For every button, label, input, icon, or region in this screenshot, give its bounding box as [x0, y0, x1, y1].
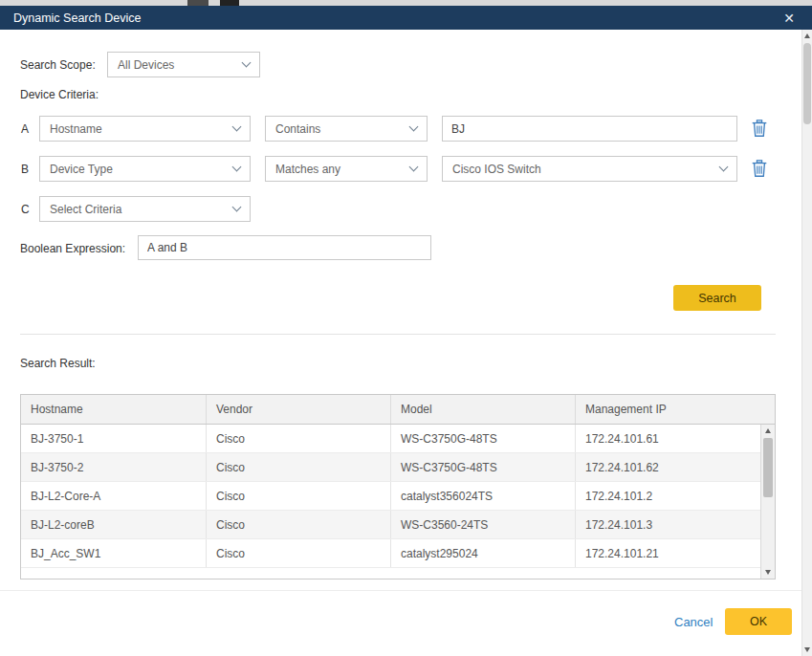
- cell-model: WS-C3560-24TS: [391, 511, 576, 538]
- dialog-title: Dynamic Search Device: [13, 11, 141, 25]
- cell-management-ip: 172.24.101.62: [576, 453, 760, 481]
- chevron-down-icon: [409, 122, 419, 132]
- scroll-up-icon[interactable]: [761, 425, 775, 437]
- scroll-down-icon[interactable]: [802, 644, 812, 656]
- cell-hostname: BJ-3750-2: [21, 453, 207, 481]
- cell-vendor: Cisco: [207, 482, 391, 510]
- search-scope-value: All Devices: [118, 58, 174, 72]
- criteria-b-operator-select[interactable]: Matches any: [265, 156, 428, 182]
- boolean-expression-label: Boolean Expression:: [20, 242, 125, 255]
- search-scope-select[interactable]: All Devices: [107, 52, 260, 77]
- cell-model: catalyst356024TS: [391, 482, 576, 510]
- section-divider: [20, 334, 776, 335]
- ok-button[interactable]: OK: [725, 608, 792, 635]
- criteria-b-field-value: Device Type: [50, 163, 113, 176]
- search-button[interactable]: Search: [673, 285, 761, 311]
- cell-model: WS-C3750G-48TS: [391, 453, 576, 481]
- table-header-row: Hostname Vendor Model Management IP: [21, 395, 775, 425]
- cell-management-ip: 172.24.101.61: [576, 425, 760, 452]
- table-row[interactable]: BJ-3750-2 Cisco WS-C3750G-48TS 172.24.10…: [21, 453, 760, 482]
- table-body: BJ-3750-1 Cisco WS-C3750G-48TS 172.24.10…: [21, 425, 760, 579]
- close-icon[interactable]: ✕: [779, 10, 799, 27]
- criteria-a-operator-select[interactable]: Contains: [265, 116, 428, 142]
- chevron-down-icon: [242, 58, 252, 68]
- cell-hostname: BJ_Acc_SW1: [21, 539, 207, 567]
- criteria-b-operator-value: Matches any: [275, 163, 340, 176]
- cell-vendor: Cisco: [207, 453, 391, 481]
- criteria-a-value-input[interactable]: [442, 116, 737, 142]
- cell-model: WS-C3750G-48TS: [391, 425, 576, 452]
- criteria-b-value-select[interactable]: Cisco IOS Switch: [442, 156, 737, 182]
- criteria-a-field-select[interactable]: Hostname: [39, 116, 251, 142]
- cell-management-ip: 172.24.101.2: [576, 482, 760, 510]
- criteria-c-field-value: Select Criteria: [50, 203, 121, 216]
- device-criteria-label: Device Criteria:: [20, 88, 99, 101]
- cell-hostname: BJ-3750-1: [21, 425, 207, 452]
- trash-icon[interactable]: [752, 120, 767, 137]
- trash-icon[interactable]: [752, 160, 767, 177]
- search-result-label: Search Result:: [20, 357, 96, 370]
- column-header-vendor[interactable]: Vendor: [207, 395, 391, 424]
- cell-management-ip: 172.24.101.3: [576, 511, 760, 538]
- table-row[interactable]: BJ-L2-coreB Cisco WS-C3560-24TS 172.24.1…: [21, 511, 760, 539]
- column-header-management-ip[interactable]: Management IP: [576, 395, 760, 424]
- search-result-table: Hostname Vendor Model Management IP BJ-3…: [20, 394, 776, 579]
- cell-vendor: Cisco: [207, 539, 391, 567]
- column-header-model[interactable]: Model: [391, 395, 576, 424]
- cell-vendor: Cisco: [207, 511, 391, 538]
- criteria-b-field-select[interactable]: Device Type: [39, 156, 251, 182]
- criteria-row-letter: B: [21, 163, 29, 176]
- scroll-up-icon[interactable]: [802, 30, 812, 42]
- boolean-expression-input[interactable]: [138, 235, 431, 260]
- dialog-vertical-scrollbar[interactable]: [801, 30, 812, 656]
- scrollbar-thumb[interactable]: [803, 43, 811, 124]
- header-scrollbar-spacer: [760, 395, 775, 424]
- cell-hostname: BJ-L2-Core-A: [21, 482, 207, 510]
- chevron-down-icon: [232, 203, 242, 212]
- scroll-down-icon[interactable]: [761, 566, 775, 579]
- table-row[interactable]: BJ-3750-1 Cisco WS-C3750G-48TS 172.24.10…: [21, 425, 760, 453]
- chevron-down-icon: [232, 122, 242, 132]
- criteria-a-field-value: Hostname: [50, 122, 102, 136]
- criteria-c-field-select[interactable]: Select Criteria: [39, 196, 251, 222]
- table-row[interactable]: BJ-L2-Core-A Cisco catalyst356024TS 172.…: [21, 482, 760, 511]
- chevron-down-icon: [409, 163, 419, 172]
- cell-hostname: BJ-L2-coreB: [21, 511, 207, 538]
- criteria-a-operator-value: Contains: [275, 122, 320, 136]
- criteria-row-letter: C: [21, 203, 30, 216]
- chevron-down-icon: [719, 163, 729, 172]
- table-row[interactable]: BJ_Acc_SW1 Cisco catalyst295024 172.24.1…: [21, 539, 760, 568]
- criteria-row-letter: A: [21, 122, 29, 136]
- footer-divider: [0, 590, 801, 591]
- table-vertical-scrollbar[interactable]: [760, 425, 775, 579]
- cell-management-ip: 172.24.101.21: [576, 539, 760, 567]
- cell-vendor: Cisco: [207, 425, 391, 452]
- dialog-titlebar: Dynamic Search Device ✕: [0, 6, 812, 30]
- criteria-b-value: Cisco IOS Switch: [452, 163, 541, 176]
- scrollbar-thumb[interactable]: [763, 438, 773, 497]
- cell-model: catalyst295024: [391, 539, 576, 567]
- column-header-hostname[interactable]: Hostname: [21, 395, 207, 424]
- search-scope-label: Search Scope:: [20, 58, 96, 72]
- chevron-down-icon: [232, 163, 242, 172]
- cancel-button[interactable]: Cancel: [674, 615, 713, 629]
